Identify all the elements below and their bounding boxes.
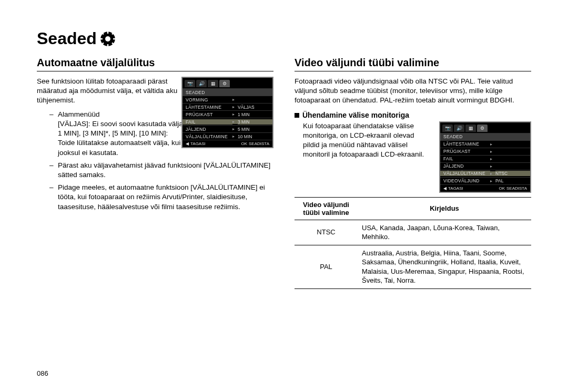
svg-rect-4 [100, 38, 103, 39]
right-heading: Video väljundi tüübi valimine [295, 57, 531, 71]
menu-header: SEADED [440, 134, 490, 139]
page-number: 086 [37, 369, 48, 377]
video-output-table: Video väljundi tüübi valimine Kirjeldus … [295, 197, 531, 289]
settings-tab-icon: ⚙ [477, 125, 488, 132]
right-sub-text: Kui fotoaparaat ühendatakse välise monit… [295, 121, 431, 160]
back-hint: ◀ TAGASI [443, 186, 463, 191]
left-intro: See funktsioon lülitab fotoaparaadi pära… [37, 77, 184, 106]
menu-item: LÄHTESTAMINE [440, 141, 490, 147]
menu-item: VIDEOVÄLJUND [440, 178, 490, 183]
menu-item: PRÜGIKAST [440, 149, 490, 154]
page-title-text: Seaded [37, 29, 97, 48]
list-item: – Pärast aku väljavahetamist jäävad funk… [37, 161, 273, 180]
svg-rect-3 [107, 44, 109, 47]
display-tab-icon: ▦ [465, 125, 476, 132]
menu-item: PRÜGIKAST [182, 112, 232, 117]
settings-tab-icon: ⚙ [219, 80, 230, 87]
camera-tab-icon: 📷 [185, 80, 195, 87]
table-header: Kirjeldus [358, 197, 531, 220]
video-desc: USA, Kanada, Jaapan, Lõuna-Korea, Taiwan… [358, 220, 531, 245]
display-tab-icon: ▦ [208, 80, 218, 87]
ok-hint: OK SEADISTA [499, 186, 527, 191]
menu-item: JÄLJEND [182, 127, 232, 132]
left-column: Automaatne väljalülitus See funktsioon l… [37, 57, 273, 289]
camera-tab-icon: 📷 [442, 125, 453, 132]
page-title: Seaded [37, 29, 531, 48]
menu-item: VÄLJALÜLITAMINE [440, 171, 490, 176]
svg-rect-5 [113, 38, 116, 39]
sub-heading: Ühendamine välise monitoriga [295, 111, 531, 119]
camera-menu-screenshot: 📷 🔊 ▦ ⚙ SEADED VORMING▸ LÄHTESTAMINE▸VÄL… [181, 77, 273, 148]
menu-item: LÄHTESTAMINE [182, 105, 232, 110]
back-hint: ◀ TAGASI [186, 141, 206, 146]
table-row: NTSC USA, Kanada, Jaapan, Lõuna-Korea, T… [295, 220, 531, 245]
menu-item: VORMING [182, 97, 232, 102]
menu-item: VÄLJALÜLITAMINE [182, 134, 232, 139]
table-row: PAL Austraalia, Austria, Belgia, Hiina, … [295, 245, 531, 288]
sound-tab-icon: 🔊 [454, 125, 464, 132]
list-item: – Pidage meeles, et automaatne funktsioo… [37, 183, 273, 212]
video-type: NTSC [295, 220, 358, 245]
table-header: Video väljundi tüübi valimine [295, 197, 358, 220]
camera-tabs: 📷 🔊 ▦ ⚙ [440, 122, 530, 133]
svg-rect-2 [107, 31, 109, 34]
video-type: PAL [295, 245, 358, 288]
left-heading: Automaatne väljalülitus [37, 57, 273, 71]
menu-item: JÄLJEND [440, 163, 490, 169]
ok-hint: OK SEADISTA [241, 141, 269, 146]
svg-point-1 [105, 36, 110, 42]
sound-tab-icon: 🔊 [196, 80, 207, 87]
right-column: Video väljundi tüübi valimine Fotoapraad… [295, 57, 531, 289]
menu-item: FAIL [440, 156, 490, 161]
gear-icon [100, 31, 116, 47]
menu-header: SEADED [182, 90, 232, 95]
camera-menu-screenshot: 📷 🔊 ▦ ⚙ SEADED LÄHTESTAMINE▸ PRÜGIKAST▸ … [439, 121, 531, 193]
right-intro: Fotoapraadi video väljundsignaal võib ol… [295, 77, 531, 106]
menu-item: FAIL [182, 119, 232, 125]
square-bullet-icon [295, 113, 299, 118]
video-desc: Austraalia, Austria, Belgia, Hiina, Taan… [358, 245, 531, 288]
camera-tabs: 📷 🔊 ▦ ⚙ [182, 78, 272, 88]
